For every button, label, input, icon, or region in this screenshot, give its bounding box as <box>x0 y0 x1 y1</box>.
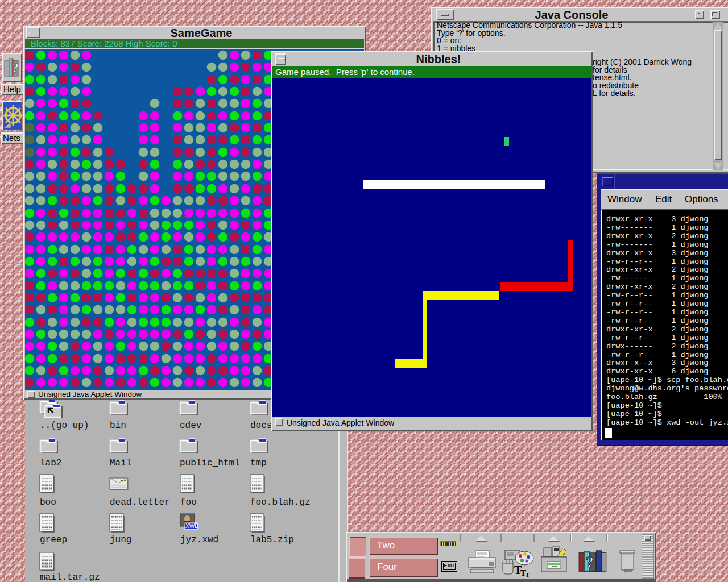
svg-text:lab5.zip: lab5.zip <box>250 535 294 545</box>
svg-text:lab2: lab2 <box>40 458 61 468</box>
svg-text:?: ? <box>11 60 19 76</box>
svg-text:jyz.xwd: jyz.xwd <box>180 535 218 545</box>
svg-text:..(go up): ..(go up) <box>40 421 89 431</box>
svg-text:foo.blah.gz: foo.blah.gz <box>250 497 311 508</box>
svg-text:mail.tar.gz: mail.tar.gz <box>40 572 100 582</box>
svg-text:tmp: tmp <box>250 458 267 468</box>
svg-text:T: T <box>526 571 530 578</box>
svg-text:?: ? <box>586 553 594 571</box>
svg-text:cdev: cdev <box>180 421 202 431</box>
svg-text:bin: bin <box>110 421 126 431</box>
svg-text:docs: docs <box>250 421 272 431</box>
svg-text:public_html: public_html <box>180 458 240 468</box>
svg-text:Mail: Mail <box>110 458 131 468</box>
svg-text:foo: foo <box>180 497 197 508</box>
svg-text:dead.letter: dead.letter <box>110 497 170 508</box>
svg-text:jung: jung <box>110 535 131 545</box>
svg-text:greep: greep <box>40 535 67 545</box>
svg-text:boo: boo <box>40 497 56 508</box>
svg-text:XWD: XWD <box>185 523 198 529</box>
